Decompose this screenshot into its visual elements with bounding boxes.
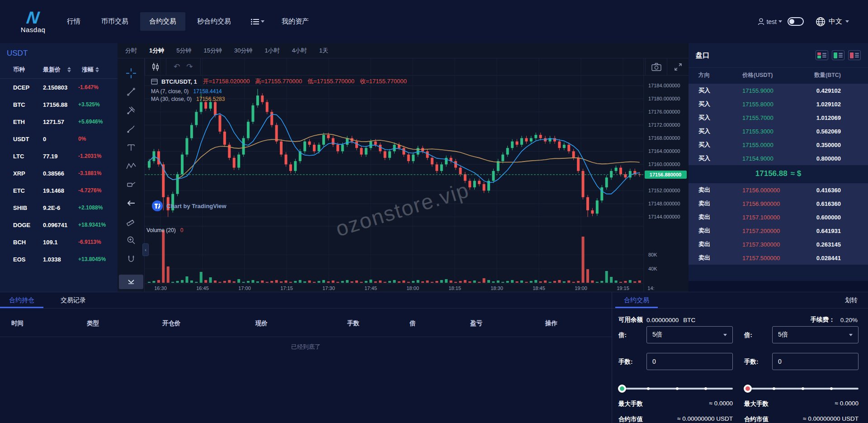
more-menu-button[interactable] (243, 19, 273, 25)
coin-row[interactable]: DCEP 2.150803 -1.647% (0, 79, 118, 96)
orderbook-buy-row[interactable]: 买入 17155.3000 0.562069 (689, 124, 868, 138)
amount-slider[interactable] (744, 385, 859, 393)
coin-price: 19.1468 (43, 187, 78, 194)
leverage-select[interactable]: 5倍 (772, 326, 859, 343)
buy-amount: 0.429102 (810, 87, 841, 94)
timeframe-tab[interactable]: 分时 (125, 47, 137, 55)
orderbook-buys: 买入 17155.9000 0.429102 买入 17155.8000 1.0… (689, 84, 868, 165)
max-lots-value: ≈ 0.0000 (709, 400, 733, 408)
coin-name: LTC (13, 153, 43, 160)
coin-row[interactable]: BCH 109.1 -6.9113% (0, 233, 118, 251)
sell-price: 17156.900000 (742, 200, 810, 207)
buy-amount: 0.800000 (810, 155, 841, 162)
timeframe-tab[interactable]: 1分钟 (149, 47, 164, 55)
coin-change: +13.8045% (78, 256, 106, 262)
timeframe-tab[interactable]: 4小时 (292, 47, 307, 55)
nav-item[interactable]: 合约交易 (140, 12, 185, 31)
sort-icon[interactable] (67, 67, 71, 72)
theme-toggle[interactable] (788, 17, 804, 26)
forecast-tool[interactable] (118, 175, 144, 194)
magnet-tool[interactable] (118, 249, 144, 268)
trendline-tool[interactable] (118, 82, 144, 101)
market-sidebar: USDT 币种 最新价 涨幅 DCEP 2.150803 -1.647% BTC… (0, 43, 118, 292)
ohlc-item: 高=17155.770000 (255, 77, 302, 86)
coin-change: +3.525% (78, 101, 100, 108)
coin-row[interactable]: XRP 0.38566 -3.1881% (0, 165, 118, 182)
nav-item[interactable]: 行情 (58, 12, 90, 31)
sell-amount: 0.263145 (810, 241, 841, 248)
zoom-tool[interactable] (118, 231, 144, 249)
orderbook-sell-row[interactable]: 卖出 17157.100000 0.600000 (689, 210, 868, 224)
coin-row[interactable]: SHIB 9.2E-6 +2.1088% (0, 199, 118, 216)
pattern-tool[interactable] (118, 157, 144, 175)
amount-slider[interactable] (618, 385, 733, 393)
view-both-icon[interactable] (816, 50, 828, 60)
lots-input[interactable] (646, 353, 733, 370)
ruler-tool[interactable] (118, 212, 144, 231)
ohlc-item: 收=17155.770000 (360, 77, 407, 86)
crosshair-tool[interactable] (118, 64, 144, 82)
orderbook-sell-row[interactable]: 卖出 17156.900000 0.616360 (689, 197, 868, 210)
user-menu[interactable]: test (758, 18, 782, 25)
globe-icon (816, 17, 826, 27)
sort-icon[interactable] (95, 67, 99, 72)
orderbook-buy-row[interactable]: 买入 17155.9000 0.429102 (689, 84, 868, 97)
orderbook-sell-row[interactable]: 卖出 17157.200000 0.641931 (689, 224, 868, 238)
slider-handle[interactable] (744, 385, 752, 393)
tradingview-attribution[interactable]: Chart by TradingView (152, 200, 226, 211)
buy-price: 17155.7000 (742, 114, 810, 121)
view-buys-icon[interactable] (832, 50, 844, 60)
logo[interactable]: N Nasdaq (14, 10, 52, 33)
positions-column: 开仓价 (162, 319, 181, 328)
pane-collapse-button[interactable]: ‹ (142, 243, 149, 256)
orderbook-buy-row[interactable]: 买入 17154.9000 0.800000 (689, 152, 868, 165)
nav-item[interactable]: 币币交易 (92, 12, 137, 31)
coin-row[interactable]: BTC 17156.88 +3.525% (0, 96, 118, 113)
nav-item[interactable]: 秒合约交易 (188, 12, 240, 31)
candlestick-chart[interactable]: 17184.00000017180.00000017176.0000001717… (145, 58, 689, 292)
lots-input[interactable] (772, 353, 859, 370)
timeframe-tab[interactable]: 5分钟 (176, 47, 191, 55)
positions-tab[interactable]: 交易记录 (52, 292, 95, 308)
orderbook-sell-row[interactable]: 卖出 17157.300000 0.263145 (689, 238, 868, 251)
orderbook-sell-row[interactable]: 卖出 17156.000000 0.416360 (689, 183, 868, 197)
nav-item-assets[interactable]: 我的资产 (273, 12, 318, 31)
timeframe-tab[interactable]: 30分钟 (234, 47, 252, 55)
orderbook-panel: 盘口 方向 价格(USDT) 数量(BTC) (689, 43, 868, 281)
coin-row[interactable]: LTC 77.19 -1.2031% (0, 147, 118, 165)
sell-amount: 0.600000 (810, 214, 841, 221)
buy-amount: 1.012069 (810, 114, 841, 121)
market-value-row: 合约市值≈ 0.00000000 USDT (744, 415, 859, 423)
coin-row[interactable]: ETC 19.1468 -4.7276% (0, 182, 118, 199)
trade-tab[interactable]: 合约交易 (615, 292, 658, 308)
text-tool[interactable] (118, 138, 144, 157)
coin-row[interactable]: USDT 0 0% (0, 130, 118, 147)
coin-change: -6.9113% (78, 239, 101, 245)
market-tab-usdt[interactable]: USDT (0, 49, 118, 58)
coin-row[interactable]: ETH 1271.57 +5.6946% (0, 113, 118, 130)
positions-table-header: 时间类型开仓价现价手数倍盈亏操作 (0, 309, 612, 337)
orderbook-buy-row[interactable]: 买入 17155.0000 0.350000 (689, 138, 868, 152)
coin-row[interactable]: EOS 1.0338 +13.8045% (0, 251, 118, 268)
view-sells-icon[interactable] (848, 50, 861, 60)
positions-tab[interactable]: 合约持仓 (0, 292, 43, 308)
timeframe-tab[interactable]: 15分钟 (203, 47, 222, 55)
toolbar-expand-button[interactable] (119, 275, 143, 289)
slider-handle[interactable] (618, 385, 626, 393)
timeframe-tab[interactable]: 1小时 (264, 47, 279, 55)
pitchfork-tool[interactable] (118, 101, 144, 119)
lots-label: 手数: (744, 358, 759, 366)
market-list-header: 币种 最新价 涨幅 (0, 61, 118, 79)
language-selector[interactable]: 中文 (816, 17, 849, 27)
orderbook-sell-row[interactable]: 卖出 17157.500000 0.028441 (689, 251, 868, 265)
brush-tool[interactable] (118, 119, 144, 138)
buy-price: 17155.9000 (742, 87, 810, 94)
transfer-link[interactable]: 划转 (845, 292, 868, 308)
orderbook-buy-row[interactable]: 买入 17155.7000 1.012069 (689, 111, 868, 124)
orderbook-buy-row[interactable]: 买入 17155.8000 1.029102 (689, 97, 868, 111)
timeframe-tab[interactable]: 1天 (319, 47, 328, 55)
coin-row[interactable]: DOGE 0.096741 +18.9341% (0, 216, 118, 233)
leverage-select[interactable]: 5倍 (646, 326, 733, 343)
arrow-left-icon[interactable] (118, 194, 144, 212)
chevron-down-icon (845, 20, 849, 23)
